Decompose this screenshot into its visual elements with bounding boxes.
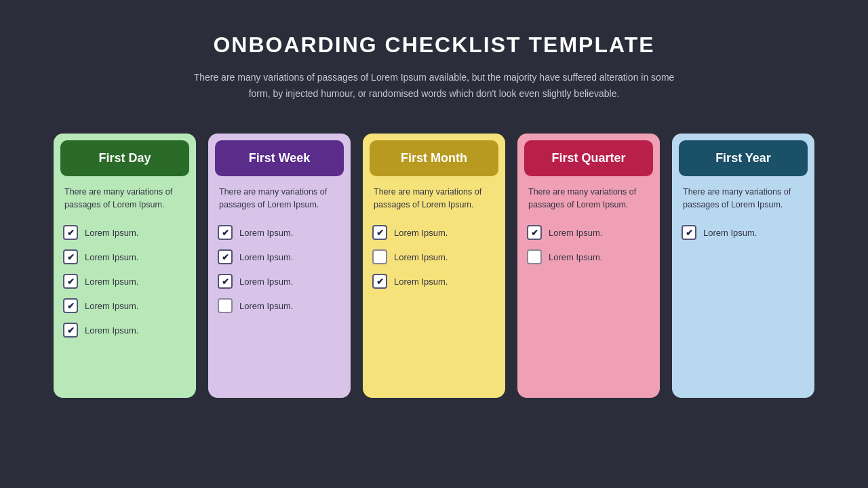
check-item-label: Lorem Ipsum. [85, 228, 138, 238]
checkbox-checked-icon[interactable] [63, 298, 78, 313]
list-item[interactable]: Lorem Ipsum. [215, 294, 344, 317]
check-item-label: Lorem Ipsum. [549, 252, 602, 262]
checkbox-checked-icon[interactable] [63, 274, 78, 289]
card-title-first-quarter: First Quarter [551, 151, 625, 165]
checkbox-checked-icon[interactable] [63, 323, 78, 338]
check-item-label: Lorem Ipsum. [85, 325, 138, 336]
list-item[interactable]: Lorem Ipsum. [60, 294, 189, 317]
card-title-first-month: First Month [401, 151, 467, 165]
check-item-label: Lorem Ipsum. [239, 228, 293, 238]
page-header: ONBOARDING CHECKLIST TEMPLATE There are … [183, 0, 685, 113]
check-item-label: Lorem Ipsum. [703, 228, 757, 238]
checkbox-checked-icon[interactable] [218, 249, 233, 264]
checkbox-unchecked-icon[interactable] [527, 249, 542, 264]
card-title-first-year: First Year [715, 151, 771, 165]
checkbox-checked-icon[interactable] [218, 225, 233, 240]
check-item-label: Lorem Ipsum. [85, 277, 138, 287]
card-first-month: First MonthThere are many variations of … [363, 134, 505, 398]
cards-container: First DayThere are many variations of pa… [0, 113, 868, 418]
card-first-quarter: First QuarterThere are many variations o… [517, 134, 660, 398]
list-item[interactable]: Lorem Ipsum. [370, 245, 498, 268]
check-item-label: Lorem Ipsum. [239, 301, 293, 311]
card-first-day: First DayThere are many variations of pa… [54, 134, 196, 398]
check-item-label: Lorem Ipsum. [394, 252, 448, 262]
checklist-first-year: Lorem Ipsum. [672, 218, 814, 244]
card-header-first-year: First Year [679, 140, 808, 176]
card-header-first-day: First Day [60, 140, 189, 176]
list-item[interactable]: Lorem Ipsum. [524, 245, 653, 268]
check-item-label: Lorem Ipsum. [239, 252, 293, 262]
checklist-first-week: Lorem Ipsum.Lorem Ipsum.Lorem Ipsum.Lore… [208, 218, 351, 317]
list-item[interactable]: Lorem Ipsum. [60, 245, 189, 268]
card-first-year: First YearThere are many variations of p… [672, 134, 814, 398]
card-header-first-week: First Week [215, 140, 344, 176]
checkbox-checked-icon[interactable] [63, 225, 78, 240]
list-item[interactable]: Lorem Ipsum. [370, 270, 498, 293]
list-item[interactable]: Lorem Ipsum. [60, 270, 189, 293]
checkbox-checked-icon[interactable] [218, 274, 233, 289]
checkbox-checked-icon[interactable] [372, 274, 387, 289]
page-title: ONBOARDING CHECKLIST TEMPLATE [183, 33, 685, 58]
check-item-label: Lorem Ipsum. [85, 301, 138, 311]
checklist-first-day: Lorem Ipsum.Lorem Ipsum.Lorem Ipsum.Lore… [54, 218, 196, 342]
checklist-first-quarter: Lorem Ipsum.Lorem Ipsum. [517, 218, 660, 268]
check-item-label: Lorem Ipsum. [394, 228, 448, 238]
check-item-label: Lorem Ipsum. [549, 228, 602, 238]
list-item[interactable]: Lorem Ipsum. [679, 221, 808, 244]
check-item-label: Lorem Ipsum. [394, 277, 448, 287]
card-header-first-quarter: First Quarter [524, 140, 653, 176]
card-title-first-day: First Day [98, 151, 151, 165]
checkbox-checked-icon[interactable] [63, 249, 78, 264]
card-title-first-week: First Week [249, 151, 311, 165]
list-item[interactable]: Lorem Ipsum. [215, 270, 344, 293]
list-item[interactable]: Lorem Ipsum. [60, 221, 189, 244]
card-desc-first-week: There are many variations of passages of… [208, 176, 351, 219]
card-header-first-month: First Month [370, 140, 498, 176]
card-desc-first-year: There are many variations of passages of… [672, 176, 814, 219]
list-item[interactable]: Lorem Ipsum. [60, 319, 189, 342]
checkbox-checked-icon[interactable] [527, 225, 542, 240]
checkbox-checked-icon[interactable] [372, 225, 387, 240]
check-item-label: Lorem Ipsum. [85, 252, 138, 262]
list-item[interactable]: Lorem Ipsum. [370, 221, 498, 244]
card-desc-first-quarter: There are many variations of passages of… [517, 176, 660, 219]
checklist-first-month: Lorem Ipsum.Lorem Ipsum.Lorem Ipsum. [363, 218, 505, 293]
page-subtitle: There are many variations of passages of… [183, 70, 685, 102]
list-item[interactable]: Lorem Ipsum. [524, 221, 653, 244]
checkbox-unchecked-icon[interactable] [372, 249, 387, 264]
check-item-label: Lorem Ipsum. [239, 277, 293, 287]
list-item[interactable]: Lorem Ipsum. [215, 221, 344, 244]
checkbox-checked-icon[interactable] [682, 225, 696, 240]
list-item[interactable]: Lorem Ipsum. [215, 245, 344, 268]
card-desc-first-month: There are many variations of passages of… [363, 176, 505, 219]
checkbox-unchecked-icon[interactable] [218, 298, 233, 313]
card-first-week: First WeekThere are many variations of p… [208, 134, 351, 398]
card-desc-first-day: There are many variations of passages of… [54, 176, 196, 219]
